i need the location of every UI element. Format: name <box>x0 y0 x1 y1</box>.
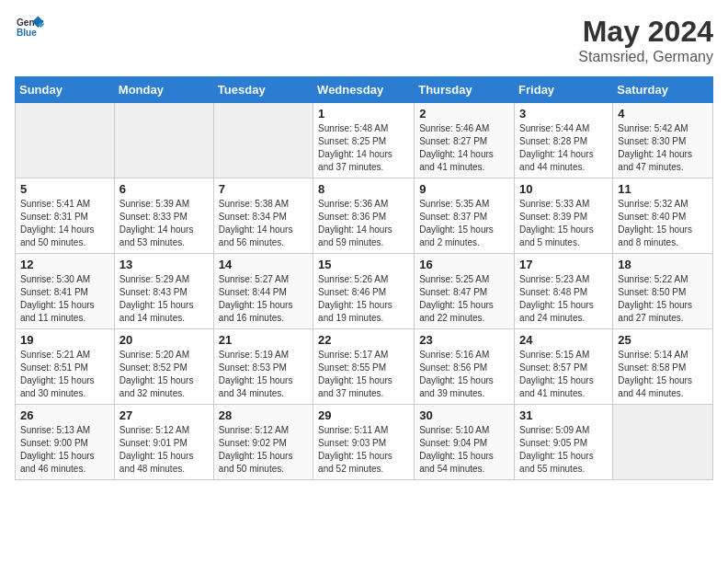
day-number: 29 <box>318 408 409 422</box>
weekday-header-tuesday: Tuesday <box>213 77 313 103</box>
calendar-cell: 25Sunrise: 5:14 AMSunset: 8:58 PMDayligh… <box>613 329 713 405</box>
day-info: Sunrise: 5:12 AMSunset: 9:02 PMDaylight:… <box>219 424 308 476</box>
calendar-cell: 22Sunrise: 5:17 AMSunset: 8:55 PMDayligh… <box>313 329 415 405</box>
day-info: Sunrise: 5:26 AMSunset: 8:46 PMDaylight:… <box>318 273 409 325</box>
weekday-header-friday: Friday <box>515 77 613 103</box>
day-number: 20 <box>119 333 209 347</box>
calendar-cell: 29Sunrise: 5:11 AMSunset: 9:03 PMDayligh… <box>313 405 415 480</box>
month-year: May 2024 <box>578 15 713 49</box>
day-number: 15 <box>318 258 409 271</box>
calendar-cell: 14Sunrise: 5:27 AMSunset: 8:44 PMDayligh… <box>213 254 313 329</box>
day-number: 7 <box>219 182 308 196</box>
weekday-header-wednesday: Wednesday <box>313 77 415 103</box>
title-block: May 2024 Stamsried, Germany <box>578 15 713 65</box>
day-number: 18 <box>618 258 708 271</box>
weekday-header-monday: Monday <box>114 77 213 103</box>
day-info: Sunrise: 5:32 AMSunset: 8:40 PMDaylight:… <box>618 198 708 249</box>
day-info: Sunrise: 5:21 AMSunset: 8:51 PMDaylight:… <box>20 349 109 400</box>
svg-text:Blue: Blue <box>17 28 37 38</box>
weekday-header-sunday: Sunday <box>16 77 115 103</box>
calendar-cell <box>613 405 713 480</box>
calendar-cell: 19Sunrise: 5:21 AMSunset: 8:51 PMDayligh… <box>16 329 115 405</box>
day-number: 10 <box>519 182 608 196</box>
calendar-cell: 20Sunrise: 5:20 AMSunset: 8:52 PMDayligh… <box>114 329 213 405</box>
calendar-cell: 6Sunrise: 5:39 AMSunset: 8:33 PMDaylight… <box>114 178 213 254</box>
day-number: 11 <box>618 182 708 196</box>
day-info: Sunrise: 5:46 AMSunset: 8:27 PMDaylight:… <box>419 122 509 174</box>
day-number: 25 <box>618 333 708 347</box>
calendar-cell: 9Sunrise: 5:35 AMSunset: 8:37 PMDaylight… <box>415 178 515 254</box>
calendar-cell: 30Sunrise: 5:10 AMSunset: 9:04 PMDayligh… <box>415 405 515 480</box>
day-number: 5 <box>20 182 109 196</box>
calendar-cell: 1Sunrise: 5:48 AMSunset: 8:25 PMDaylight… <box>313 103 415 178</box>
calendar-cell: 5Sunrise: 5:41 AMSunset: 8:31 PMDaylight… <box>16 178 115 254</box>
day-number: 14 <box>219 258 308 271</box>
day-info: Sunrise: 5:36 AMSunset: 8:36 PMDaylight:… <box>318 198 409 249</box>
calendar-cell: 28Sunrise: 5:12 AMSunset: 9:02 PMDayligh… <box>213 405 313 480</box>
weekday-header-saturday: Saturday <box>613 77 713 103</box>
day-number: 1 <box>318 107 409 121</box>
day-number: 19 <box>20 333 109 347</box>
calendar-cell: 31Sunrise: 5:09 AMSunset: 9:05 PMDayligh… <box>515 405 613 480</box>
day-info: Sunrise: 5:39 AMSunset: 8:33 PMDaylight:… <box>119 198 209 249</box>
day-info: Sunrise: 5:33 AMSunset: 8:39 PMDaylight:… <box>519 198 608 249</box>
day-info: Sunrise: 5:44 AMSunset: 8:28 PMDaylight:… <box>519 122 608 174</box>
calendar-cell: 23Sunrise: 5:16 AMSunset: 8:56 PMDayligh… <box>415 329 515 405</box>
location: Stamsried, Germany <box>578 49 713 65</box>
logo: General Blue <box>15 15 44 40</box>
day-number: 28 <box>219 408 308 422</box>
day-info: Sunrise: 5:16 AMSunset: 8:56 PMDaylight:… <box>419 349 509 400</box>
day-info: Sunrise: 5:12 AMSunset: 9:01 PMDaylight:… <box>119 424 209 476</box>
calendar-cell: 11Sunrise: 5:32 AMSunset: 8:40 PMDayligh… <box>613 178 713 254</box>
day-number: 31 <box>519 408 608 422</box>
day-number: 30 <box>419 408 509 422</box>
day-number: 27 <box>119 408 209 422</box>
calendar-cell <box>114 103 213 178</box>
calendar-cell: 24Sunrise: 5:15 AMSunset: 8:57 PMDayligh… <box>515 329 613 405</box>
calendar-cell <box>16 103 115 178</box>
day-number: 16 <box>419 258 509 271</box>
calendar-cell: 13Sunrise: 5:29 AMSunset: 8:43 PMDayligh… <box>114 254 213 329</box>
day-info: Sunrise: 5:29 AMSunset: 8:43 PMDaylight:… <box>119 273 209 325</box>
page-header: General Blue May 2024 Stamsried, Germany <box>15 15 713 65</box>
calendar-cell: 26Sunrise: 5:13 AMSunset: 9:00 PMDayligh… <box>16 405 115 480</box>
calendar-cell <box>213 103 313 178</box>
day-info: Sunrise: 5:22 AMSunset: 8:50 PMDaylight:… <box>618 273 708 325</box>
day-number: 2 <box>419 107 509 121</box>
day-info: Sunrise: 5:25 AMSunset: 8:47 PMDaylight:… <box>419 273 509 325</box>
day-number: 6 <box>119 182 209 196</box>
day-info: Sunrise: 5:13 AMSunset: 9:00 PMDaylight:… <box>20 424 109 476</box>
day-info: Sunrise: 5:14 AMSunset: 8:58 PMDaylight:… <box>618 349 708 400</box>
day-info: Sunrise: 5:27 AMSunset: 8:44 PMDaylight:… <box>219 273 308 325</box>
day-info: Sunrise: 5:09 AMSunset: 9:05 PMDaylight:… <box>519 424 608 476</box>
day-number: 23 <box>419 333 509 347</box>
calendar-cell: 8Sunrise: 5:36 AMSunset: 8:36 PMDaylight… <box>313 178 415 254</box>
day-number: 26 <box>20 408 109 422</box>
day-info: Sunrise: 5:20 AMSunset: 8:52 PMDaylight:… <box>119 349 209 400</box>
calendar-cell: 4Sunrise: 5:42 AMSunset: 8:30 PMDaylight… <box>613 103 713 178</box>
day-number: 8 <box>318 182 409 196</box>
day-number: 13 <box>119 258 209 271</box>
calendar-table: SundayMondayTuesdayWednesdayThursdayFrid… <box>15 76 713 480</box>
day-info: Sunrise: 5:17 AMSunset: 8:55 PMDaylight:… <box>318 349 409 400</box>
calendar-cell: 15Sunrise: 5:26 AMSunset: 8:46 PMDayligh… <box>313 254 415 329</box>
calendar-cell: 27Sunrise: 5:12 AMSunset: 9:01 PMDayligh… <box>114 405 213 480</box>
day-number: 12 <box>20 258 109 271</box>
calendar-cell: 7Sunrise: 5:38 AMSunset: 8:34 PMDaylight… <box>213 178 313 254</box>
calendar-cell: 3Sunrise: 5:44 AMSunset: 8:28 PMDaylight… <box>515 103 613 178</box>
day-info: Sunrise: 5:15 AMSunset: 8:57 PMDaylight:… <box>519 349 608 400</box>
calendar-cell: 16Sunrise: 5:25 AMSunset: 8:47 PMDayligh… <box>415 254 515 329</box>
day-info: Sunrise: 5:11 AMSunset: 9:03 PMDaylight:… <box>318 424 409 476</box>
calendar-cell: 10Sunrise: 5:33 AMSunset: 8:39 PMDayligh… <box>515 178 613 254</box>
logo-icon: General Blue <box>15 15 44 40</box>
calendar-cell: 12Sunrise: 5:30 AMSunset: 8:41 PMDayligh… <box>16 254 115 329</box>
day-info: Sunrise: 5:23 AMSunset: 8:48 PMDaylight:… <box>519 273 608 325</box>
day-info: Sunrise: 5:35 AMSunset: 8:37 PMDaylight:… <box>419 198 509 249</box>
calendar-cell: 21Sunrise: 5:19 AMSunset: 8:53 PMDayligh… <box>213 329 313 405</box>
day-number: 24 <box>519 333 608 347</box>
day-info: Sunrise: 5:41 AMSunset: 8:31 PMDaylight:… <box>20 198 109 249</box>
day-info: Sunrise: 5:42 AMSunset: 8:30 PMDaylight:… <box>618 122 708 174</box>
day-number: 21 <box>219 333 308 347</box>
day-info: Sunrise: 5:30 AMSunset: 8:41 PMDaylight:… <box>20 273 109 325</box>
day-number: 22 <box>318 333 409 347</box>
